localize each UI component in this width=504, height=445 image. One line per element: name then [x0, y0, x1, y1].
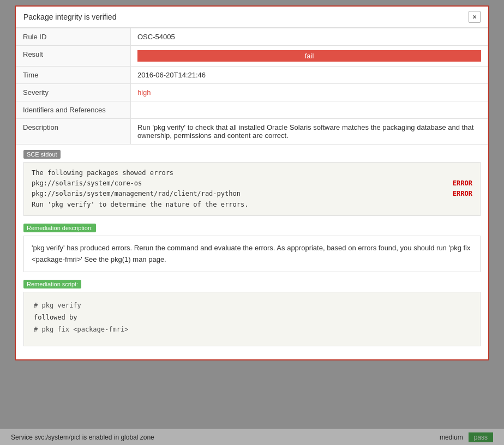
value-time: 2016-06-20T14:21:46: [131, 67, 488, 84]
stdout-error-3: ERROR: [453, 189, 472, 199]
info-table: Rule ID OSC-54005 Result fail Time 2016-…: [16, 28, 488, 145]
label-rule-id: Rule ID: [16, 28, 131, 46]
table-row-severity: Severity high: [16, 84, 488, 101]
modal-title: Package integrity is verified: [23, 13, 116, 21]
stdout-line-1: The following packages showed errors: [32, 168, 472, 178]
table-row-description: Description Run 'pkg verify' to check th…: [16, 119, 488, 145]
stdout-line-2: pkg://solaris/system/core-os ERROR: [32, 178, 472, 189]
stdout-line-4: Run 'pkg verify' to determine the nature…: [32, 200, 472, 210]
modal-header: Package integrity is verified ×: [16, 7, 488, 28]
modal-overlay: Package integrity is verified × Rule ID …: [0, 0, 504, 445]
sce-stdout-box: The following packages showed errors pkg…: [23, 162, 481, 216]
table-row-result: Result fail: [16, 46, 488, 67]
modal-body: SCE stdout The following packages showed…: [16, 145, 488, 359]
modal-dialog: Package integrity is verified × Rule ID …: [15, 5, 489, 360]
remediation-section: Remediation description: 'pkg verify' ha…: [23, 224, 481, 273]
value-rule-id: OSC-54005: [131, 28, 488, 46]
script-line-2: followed by: [34, 312, 470, 324]
remediation-box: 'pkg verify' has produced errors. Rerun …: [23, 236, 481, 273]
script-box: # pkg verify followed by # pkg fix <pack…: [23, 292, 481, 346]
value-severity: high: [131, 84, 488, 101]
script-line-3: # pkg fix <package-fmri>: [34, 324, 470, 336]
remediation-text: 'pkg verify' has produced errors. Rerun …: [32, 244, 471, 263]
table-row-time: Time 2016-06-20T14:21:46: [16, 67, 488, 84]
script-line-1: # pkg verify: [34, 300, 470, 312]
script-label: Remediation script:: [23, 280, 81, 288]
script-section: Remediation script: # pkg verify followe…: [23, 280, 481, 346]
remediation-label: Remediation description:: [23, 224, 96, 232]
label-identifiers: Identifiers and References: [16, 101, 131, 119]
sce-stdout-section: SCE stdout The following packages showed…: [23, 150, 481, 216]
table-row-rule-id: Rule ID OSC-54005: [16, 28, 488, 46]
result-fail-badge: fail: [137, 50, 481, 62]
label-time: Time: [16, 67, 131, 84]
label-result: Result: [16, 46, 131, 67]
stdout-line-3: pkg://solaris/system/management/rad/clie…: [32, 189, 472, 199]
value-identifiers: [131, 101, 488, 119]
stdout-error-2: ERROR: [453, 178, 472, 189]
modal-close-button[interactable]: ×: [469, 11, 481, 23]
sce-stdout-label: SCE stdout: [23, 150, 61, 159]
value-description: Run 'pkg verify' to check that all insta…: [131, 119, 488, 145]
stdout-text-4: Run 'pkg verify' to determine the nature…: [32, 200, 248, 210]
value-result: fail: [131, 46, 488, 67]
stdout-text-3: pkg://solaris/system/management/rad/clie…: [32, 189, 241, 199]
label-severity: Severity: [16, 84, 131, 101]
table-row-identifiers: Identifiers and References: [16, 101, 488, 119]
severity-value: high: [137, 88, 151, 97]
label-description: Description: [16, 119, 131, 145]
stdout-text-1: The following packages showed errors: [32, 168, 173, 178]
stdout-text-2: pkg://solaris/system/core-os: [32, 178, 142, 189]
